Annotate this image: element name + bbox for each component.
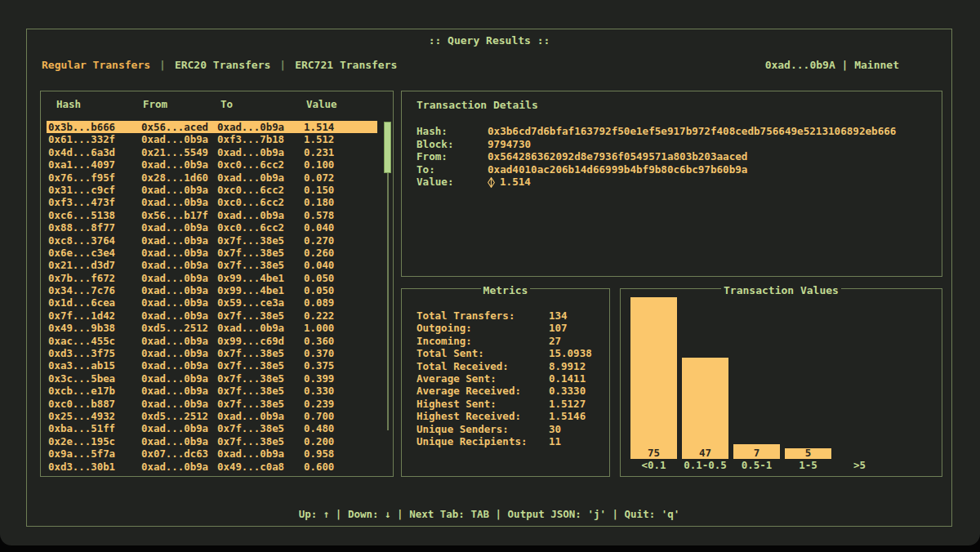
x-tick-label: <0.1 (628, 459, 679, 471)
table-row[interactable]: 0x7f...1d420xad...0b9a0x7f...38e50.222 (47, 309, 377, 322)
table-row[interactable]: 0x3c...5bea0xad...0b9a0x7f...38e50.399 (47, 372, 377, 385)
cell-to: 0x49...c0a8 (217, 461, 304, 473)
table-row[interactable]: 0xd3...30b10xad...0b9a0x49...c0a80.600 (47, 461, 377, 473)
table-row[interactable]: 0xa3...ab150xad...0b9a0x7f...38e50.375 (47, 359, 377, 372)
cell-from: 0xad...0b9a (141, 221, 217, 234)
x-tick-label: 0.5-1 (731, 459, 782, 471)
cell-to: 0xad...0b9a (217, 121, 304, 133)
table-row[interactable]: 0x49...9b380xd5...25120xad...0b9a1.000 (47, 322, 377, 334)
cell-hash: 0x49...9b38 (47, 322, 141, 334)
cell-to: 0x7f...38e5 (217, 359, 304, 372)
table-row[interactable]: 0x34...7c760xad...0b9a0x99...4be10.050 (47, 284, 377, 296)
table-row[interactable]: 0xa1...40970xad...0b9a0xc0...6cc20.100 (47, 158, 377, 171)
cell-from: 0xad...0b9a (141, 133, 217, 145)
bar-value-label: 7 (733, 447, 780, 459)
cell-value: 1.512 (304, 133, 376, 145)
cell-value: 0.239 (304, 398, 376, 410)
x-tick-label: 1-5 (782, 459, 834, 471)
cell-from: 0xad...0b9a (141, 234, 217, 247)
table-row[interactable]: 0x3b...b6660x56...aced0xad...0b9a1.514 (47, 121, 377, 133)
cell-hash: 0x2e...195c (47, 435, 141, 447)
metric-row-total-received: Total Received:8.9912 (416, 360, 598, 372)
tab-bar: Regular Transfers|ERC20 Transfers|ERC721… (42, 59, 397, 71)
cell-to: 0x7f...38e5 (217, 247, 304, 259)
metric-value: 30 (549, 423, 561, 435)
table-row[interactable]: 0x25...49320xd5...25120xad...0b9a0.700 (47, 410, 377, 422)
table-row[interactable]: 0x76...f95f0x28...1d600xad...0b9a0.072 (47, 171, 377, 184)
cell-value: 0.480 (304, 422, 376, 434)
tab-regular-transfers[interactable]: Regular Transfers (42, 59, 150, 71)
cell-from: 0xd5...2512 (141, 322, 217, 334)
cell-from: 0x28...1d60 (141, 171, 217, 184)
cell-from: 0xad...0b9a (141, 422, 217, 434)
cell-value: 0.040 (304, 221, 376, 234)
detail-value: 0x3b6cd7d6bfaf163792f50e1ef5e917b972f408… (488, 125, 896, 138)
metric-label: Total Transfers: (416, 309, 514, 322)
cell-value: 0.399 (304, 372, 376, 385)
cell-from: 0xad...0b9a (141, 347, 217, 359)
metric-row-average-received: Average Received:0.3330 (416, 385, 598, 397)
metric-value: 27 (549, 335, 561, 347)
cell-from: 0xad...0b9a (141, 184, 217, 196)
tab-erc20-transfers[interactable]: ERC20 Transfers (175, 59, 270, 71)
cell-hash: 0xcb...e17b (47, 385, 141, 397)
cell-value: 1.000 (304, 322, 376, 334)
cell-to: 0x99...4be1 (217, 272, 304, 284)
metric-value: 11 (549, 435, 561, 447)
cell-value: 0.578 (304, 209, 376, 221)
table-header-value: Value (304, 98, 376, 110)
cell-hash: 0xba...51ff (47, 422, 141, 434)
table-row[interactable]: 0xd3...3f750xad...0b9a0x7f...38e50.370 (47, 347, 377, 359)
metric-row-highest-sent: Highest Sent:1.5127 (416, 398, 598, 410)
table-row[interactable]: 0xba...51ff0xad...0b9a0x7f...38e50.480 (47, 422, 377, 434)
cell-hash: 0xc0...b887 (47, 398, 141, 410)
table-row[interactable]: 0x2e...195c0xad...0b9a0x7f...38e50.200 (47, 435, 377, 447)
detail-label: Block: (416, 138, 488, 151)
cell-to: 0xad...0b9a (217, 447, 304, 460)
cell-from: 0x21...5549 (141, 146, 217, 158)
cell-hash: 0xd3...3f75 (47, 347, 141, 359)
cell-from: 0xad...0b9a (141, 309, 217, 322)
transaction-details-panel: Transaction Details Hash:0x3b6cd7d6bfaf1… (401, 91, 942, 277)
table-row[interactable]: 0xac...455c0xad...0b9a0x99...c69d0.360 (47, 335, 377, 347)
cell-to: 0x7f...38e5 (217, 347, 304, 359)
table-row[interactable]: 0xcb...e17b0xad...0b9a0x7f...38e50.330 (47, 385, 377, 397)
table-row[interactable]: 0x88...8f770xad...0b9a0xc0...6cc20.040 (47, 221, 377, 234)
table-row[interactable]: 0x21...d3d70xad...0b9a0x7f...38e50.040 (47, 259, 377, 271)
table-row[interactable]: 0xf3...473f0xad...0b9a0xc0...6cc20.180 (47, 196, 377, 208)
table-row[interactable]: 0xc0...b8870xad...0b9a0x7f...38e50.239 (47, 398, 377, 410)
cell-value: 0.072 (304, 171, 376, 184)
table-row[interactable]: 0xc8...37640xad...0b9a0x7f...38e50.270 (47, 234, 377, 247)
bar-1-5: 5 (785, 448, 831, 459)
cell-from: 0xad...0b9a (141, 158, 217, 171)
metric-row-unique-senders: Unique Senders:30 (416, 423, 598, 435)
cell-to: 0x7f...38e5 (217, 435, 304, 447)
cell-value: 0.150 (304, 184, 376, 196)
table-row[interactable]: 0xc6...51380x56...b17f0xad...0b9a0.578 (47, 209, 377, 221)
metric-row-highest-received: Highest Received:1.5146 (416, 410, 598, 422)
table-header-hash: Hash (47, 98, 141, 110)
cell-hash: 0x7b...f672 (47, 272, 141, 284)
metric-value: 0.3330 (549, 385, 586, 397)
table-row[interactable]: 0x61...332f0xad...0b9a0xf3...7b181.512 (47, 133, 377, 145)
table-row[interactable]: 0x7b...f6720xad...0b9a0x99...4be10.050 (47, 272, 377, 284)
table-header-row: Hash From To Value (47, 98, 377, 110)
metric-label: Unique Recipients: (416, 435, 527, 447)
tab-erc721-transfers[interactable]: ERC721 Transfers (295, 59, 397, 71)
scrollbar-thumb[interactable] (384, 122, 391, 173)
cell-hash: 0x31...c9cf (47, 184, 141, 196)
table-row[interactable]: 0x9a...5f7a0x07...dc630xad...0b9a0.958 (47, 447, 377, 460)
metric-label: Average Received: (416, 385, 521, 397)
metric-row-incoming: Incoming:27 (416, 335, 598, 347)
table-row[interactable]: 0x6e...c3e40xad...0b9a0x7f...38e50.260 (47, 247, 377, 259)
detail-row-to: To:0xad4010ac206b14d66999b4bf9b80c6bc97b… (416, 163, 896, 176)
table-row[interactable]: 0x1d...6cea0xad...0b9a0x59...ce3a0.089 (47, 296, 377, 309)
chart-legend: Transaction Values (621, 282, 942, 297)
cell-value: 0.700 (304, 410, 376, 422)
table-row[interactable]: 0x4d...6a3d0x21...55490xad...0b9a0.231 (47, 146, 377, 158)
metric-value: 107 (549, 322, 568, 334)
detail-row-block: Block:9794730 (416, 138, 896, 151)
tab-separator: | (159, 59, 166, 71)
chart-slot-0-1-0-5: 47 (679, 297, 731, 459)
table-row[interactable]: 0x31...c9cf0xad...0b9a0xc0...6cc20.150 (47, 184, 377, 196)
